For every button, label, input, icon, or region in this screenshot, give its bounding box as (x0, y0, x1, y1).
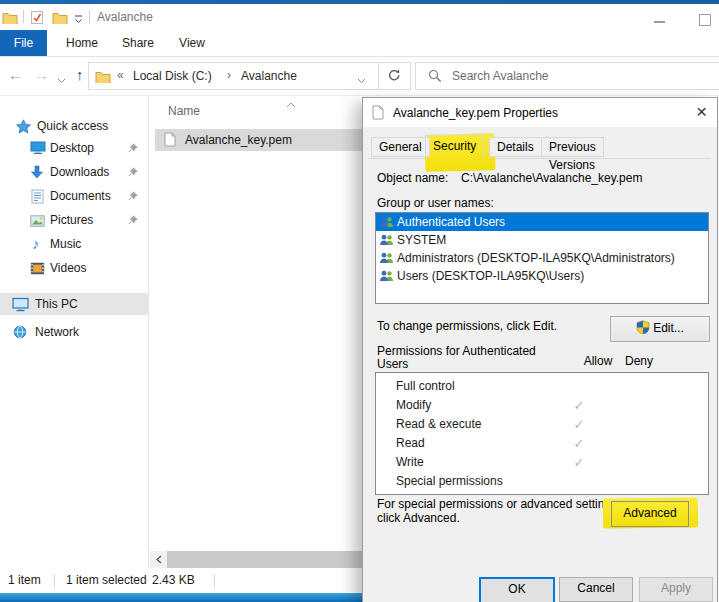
qat-folder-icon[interactable] (52, 11, 68, 27)
scroll-left-arrow-icon[interactable] (150, 551, 167, 568)
permission-name: Special permissions (396, 474, 503, 488)
allow-checkmark: ✓ (558, 396, 600, 415)
sidebar-item-label: Music (50, 237, 81, 251)
object-name-label: Object name: (377, 171, 448, 185)
tab-page-border (369, 158, 711, 159)
advanced-button[interactable]: Advanced (611, 501, 689, 527)
status-selection-size: 2.43 KB (152, 573, 195, 587)
sidebar-item-network[interactable]: Network (0, 321, 148, 343)
tab-general[interactable]: General (371, 137, 430, 157)
user-row-authenticated-users[interactable]: Authenticated Users (376, 213, 708, 231)
permission-row-special-permissions[interactable]: Special permissions (376, 472, 708, 491)
user-row-administrators[interactable]: Administrators (DESKTOP-ILA95KQ\Administ… (376, 249, 708, 267)
breadcrumb-overflow[interactable]: « (117, 68, 124, 82)
sidebar-item-quick-access[interactable]: Quick access (0, 115, 148, 137)
sidebar-item-label: Quick access (37, 119, 108, 133)
tab-details[interactable]: Details (489, 137, 542, 157)
pin-icon (128, 190, 139, 204)
recent-locations-chevron-icon[interactable] (57, 73, 66, 87)
address-dropdown-chevron-icon[interactable] (357, 73, 366, 87)
allow-checkmark: ✓ (558, 434, 600, 453)
refresh-button[interactable] (378, 62, 411, 90)
dialog-title: Avalanche_key.pem Properties (393, 106, 558, 120)
dialog-close-icon[interactable]: × (696, 99, 707, 125)
maximize-button[interactable] (699, 14, 711, 26)
permissions-label-line2: Users (377, 357, 408, 371)
forward-arrow-icon[interactable]: → (34, 66, 49, 83)
search-box[interactable]: Search Avalanche (415, 62, 719, 90)
permission-row-write[interactable]: Write ✓ (376, 453, 708, 472)
ribbon-tab-file[interactable]: File (0, 30, 47, 57)
pin-icon (128, 214, 139, 228)
up-arrow-icon[interactable]: ↑ (76, 66, 84, 83)
documents-icon (31, 189, 44, 207)
tab-security[interactable]: Security (425, 135, 484, 157)
sidebar-item-label: Desktop (50, 141, 94, 155)
edit-button[interactable]: Edit... (610, 316, 710, 342)
permission-row-read[interactable]: Read ✓ (376, 434, 708, 453)
breadcrumb-avalanche[interactable]: Avalanche (241, 69, 297, 83)
status-divider (214, 574, 215, 588)
column-header-name[interactable]: Name (168, 104, 200, 118)
network-icon (12, 325, 28, 342)
user-row-system[interactable]: SYSTEM (376, 231, 708, 249)
qat-customize-chevron-icon[interactable] (74, 14, 83, 28)
sidebar-item-music[interactable]: ♪ Music (0, 233, 148, 255)
user-row-users[interactable]: Users (DESKTOP-ILA95KQ\Users) (376, 267, 708, 285)
pane-divider (148, 96, 149, 568)
sidebar-item-label: Pictures (50, 213, 93, 227)
qat-separator (23, 10, 24, 23)
navigation-pane: Quick access Desktop Downloads Docume (0, 96, 148, 568)
permission-name: Full control (396, 379, 455, 393)
ribbon-tab-share[interactable]: Share (112, 30, 164, 57)
sort-ascending-icon[interactable] (286, 97, 296, 111)
address-bar[interactable]: « Local Disk (C:) › Avalanche (88, 62, 380, 90)
scrollbar-thumb[interactable] (167, 551, 362, 568)
ok-button[interactable]: OK (479, 577, 555, 602)
edit-hint: To change permissions, click Edit. (377, 319, 557, 333)
sidebar-item-label: Videos (50, 261, 86, 275)
apply-button[interactable]: Apply (639, 577, 713, 602)
minimize-button[interactable] (654, 21, 665, 23)
permission-row-modify[interactable]: Modify ✓ (376, 396, 708, 415)
breadcrumb-separator: › (227, 68, 231, 82)
allow-checkmark: ✓ (558, 453, 600, 472)
pin-icon (128, 166, 139, 180)
file-row-selected[interactable]: Avalanche_key.pem (155, 129, 362, 151)
properties-dialog: Avalanche_key.pem Properties × General S… (362, 97, 718, 602)
user-name: Users (DESKTOP-ILA95KQ\Users) (397, 269, 584, 283)
sidebar-item-label: Network (35, 325, 79, 339)
quick-access-star-icon (16, 119, 31, 137)
status-item-count: 1 item (8, 573, 41, 587)
permission-row-full-control[interactable]: Full control (376, 373, 708, 396)
ribbon-tab-strip: File Home Share View (0, 30, 719, 57)
sidebar-item-pictures[interactable]: Pictures (0, 209, 148, 231)
edit-button-label: Edit... (653, 321, 684, 335)
breadcrumb-local-disk[interactable]: Local Disk (C:) (133, 69, 212, 83)
permission-name: Read & execute (396, 417, 481, 431)
window-title: Avalanche (97, 10, 153, 24)
desktop-icon (30, 141, 46, 158)
ribbon-tab-view[interactable]: View (170, 30, 214, 57)
sidebar-item-desktop[interactable]: Desktop (0, 137, 148, 159)
ribbon-tab-home[interactable]: Home (58, 30, 106, 57)
permissions-list: Full control Modify ✓ Read & execute ✓ R… (375, 372, 709, 495)
tab-previous-versions[interactable]: Previous Versions (541, 137, 604, 157)
sidebar-item-downloads[interactable]: Downloads (0, 161, 148, 183)
user-name: SYSTEM (397, 233, 446, 247)
sidebar-item-label: This PC (35, 297, 78, 311)
downloads-icon (30, 165, 44, 182)
permission-name: Read (396, 436, 425, 450)
user-name: Authenticated Users (397, 215, 505, 229)
ribbon-divider (0, 56, 719, 57)
file-name: Avalanche_key.pem (185, 133, 292, 147)
user-name: Administrators (DESKTOP-ILA95KQ\Administ… (397, 251, 675, 265)
qat-properties-icon[interactable] (30, 10, 44, 28)
sidebar-item-videos[interactable]: Videos (0, 257, 148, 279)
cancel-button[interactable]: Cancel (559, 577, 633, 602)
sidebar-item-this-pc[interactable]: This PC (0, 293, 148, 315)
permission-row-read-execute[interactable]: Read & execute ✓ (376, 415, 708, 434)
qat-separator (89, 10, 90, 23)
sidebar-item-documents[interactable]: Documents (0, 185, 148, 207)
back-arrow-icon[interactable]: ← (8, 66, 23, 83)
